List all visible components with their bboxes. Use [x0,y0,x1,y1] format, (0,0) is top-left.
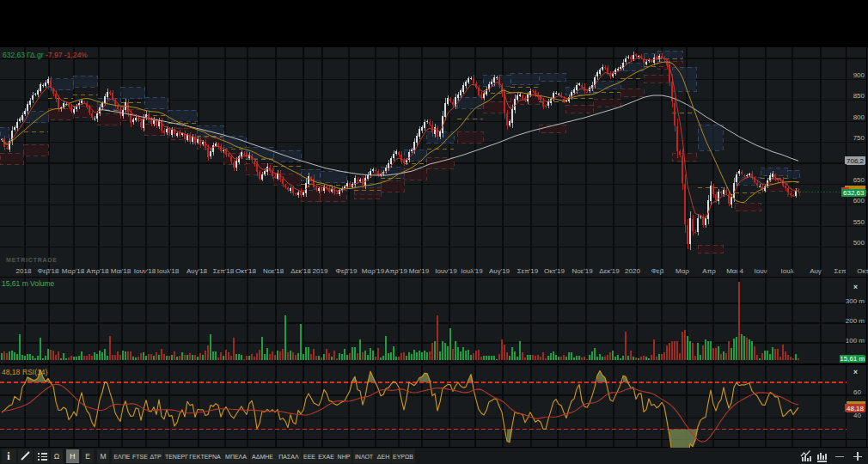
svg-text:Απρ'19: Απρ'19 [385,267,407,275]
svg-text:Ιουλ: Ιουλ [780,267,793,275]
svg-text:60: 60 [853,388,861,396]
svg-text:2020: 2020 [625,267,640,275]
svg-text:632,63: 632,63 [3,51,25,59]
svg-text:Φεβ'19: Φεβ'19 [336,267,358,275]
svg-text:Δεκ'18: Δεκ'18 [290,267,311,275]
svg-text:2019: 2019 [313,267,328,275]
svg-text:Μαι'19: Μαι'19 [409,267,430,275]
svg-text:METRICTRADE: METRICTRADE [6,257,58,263]
svg-text:100 m: 100 m [846,337,865,345]
svg-text:600: 600 [853,197,865,205]
svg-text:Η: Η [70,452,75,461]
svg-text:ΓΔ.gr: ΓΔ.gr [27,51,44,59]
svg-text:ΑΔΜΗΕ: ΑΔΜΗΕ [252,454,273,460]
svg-text:2018: 2018 [16,267,32,275]
svg-text:Μαρ: Μαρ [675,267,689,275]
svg-text:Volume: Volume [30,279,55,288]
svg-text:FTSE: FTSE [132,454,148,460]
svg-text:300 m: 300 m [846,297,865,305]
svg-text:ΔΤΡ: ΔΤΡ [150,454,162,460]
svg-text:Αυγ'19: Αυγ'19 [489,267,510,275]
svg-text:500: 500 [853,239,865,247]
svg-text:Ε: Ε [85,452,90,461]
svg-text:Ιουν'18: Ιουν'18 [134,267,156,275]
svg-text:Μαρ'18: Μαρ'18 [62,267,85,275]
svg-text:Σεπ'18: Σεπ'18 [213,267,235,275]
svg-text:ΕΕΕ: ΕΕΕ [303,454,315,460]
svg-text:706,2: 706,2 [847,157,865,165]
svg-text:Μαι'18: Μαι'18 [111,267,131,275]
svg-text:ΙΝΛΟΤ: ΙΝΛΟΤ [355,454,374,460]
svg-text:Μαι 4: Μαι 4 [726,267,743,275]
svg-text:RSI(14): RSI(14) [22,368,47,376]
svg-text:Οκτ'19: Οκτ'19 [544,267,565,275]
svg-text:Νοε'18: Νοε'18 [263,267,284,275]
svg-text:ΠΑΣΑΛ: ΠΑΣΑΛ [278,454,299,460]
svg-text:Μ: Μ [100,452,106,461]
svg-text:850: 850 [853,92,865,100]
svg-text:Ιουλ'18: Ιουλ'18 [157,267,180,275]
svg-text:ΕΥΡΩΒ: ΕΥΡΩΒ [393,454,413,460]
svg-text:Μαρ'19: Μαρ'19 [362,267,385,275]
svg-text:Ιουλ'19: Ιουλ'19 [461,267,483,275]
svg-text:Δεκ'19: Δεκ'19 [599,267,620,275]
svg-text:ΤΕΝΕΡΓ: ΤΕΝΕΡΓ [165,454,188,460]
svg-text:-7,97 -1,24%: -7,97 -1,24% [46,51,88,59]
svg-text:40: 40 [853,412,861,419]
svg-text:ΜΠΕΛΑ: ΜΠΕΛΑ [225,454,247,460]
svg-text:800: 800 [853,113,865,121]
svg-text:Σεπ: Σεπ [834,267,847,275]
svg-text:632,63: 632,63 [843,189,865,197]
svg-text:×: × [853,283,858,291]
svg-text:Οκτ'18: Οκτ'18 [235,267,256,275]
svg-text:900: 900 [853,71,865,79]
svg-text:200 m: 200 m [846,317,865,325]
svg-text:Νοε'19: Νοε'19 [572,267,593,275]
svg-text:650: 650 [853,176,865,184]
svg-text:Φεβ'18: Φεβ'18 [38,267,60,275]
svg-text:ΔΕΗ: ΔΕΗ [377,454,389,460]
svg-text:Σεπ'19: Σεπ'19 [517,267,539,275]
svg-text:15,61 m: 15,61 m [2,279,28,288]
svg-text:15,61 m: 15,61 m [840,355,865,363]
svg-text:Απρ'18: Απρ'18 [87,267,109,275]
svg-text:ΕΛΠΕ: ΕΛΠΕ [113,454,130,460]
svg-text:Ω: Ω [54,452,59,461]
svg-text:Ιουν'19: Ιουν'19 [435,267,457,275]
svg-text:Οκτ: Οκτ [857,267,868,275]
svg-text:Ιουν: Ιουν [754,267,767,275]
svg-text:750: 750 [853,134,865,142]
svg-text:ΕΧΑΕ: ΕΧΑΕ [318,454,334,460]
svg-text:550: 550 [853,218,865,226]
svg-text:48,18: 48,18 [2,368,21,376]
svg-text:Φεβ: Φεβ [651,267,664,275]
svg-text:×: × [853,368,858,376]
svg-text:ΝΗΡ: ΝΗΡ [338,454,351,460]
svg-text:Αυγ: Αυγ [810,267,822,275]
svg-text:48,18: 48,18 [847,405,865,412]
svg-text:ΓΕΚΤΕΡΝΑ: ΓΕΚΤΕΡΝΑ [189,454,221,460]
svg-text:Αυγ'18: Αυγ'18 [186,267,208,275]
svg-text:Απρ: Απρ [702,267,716,275]
